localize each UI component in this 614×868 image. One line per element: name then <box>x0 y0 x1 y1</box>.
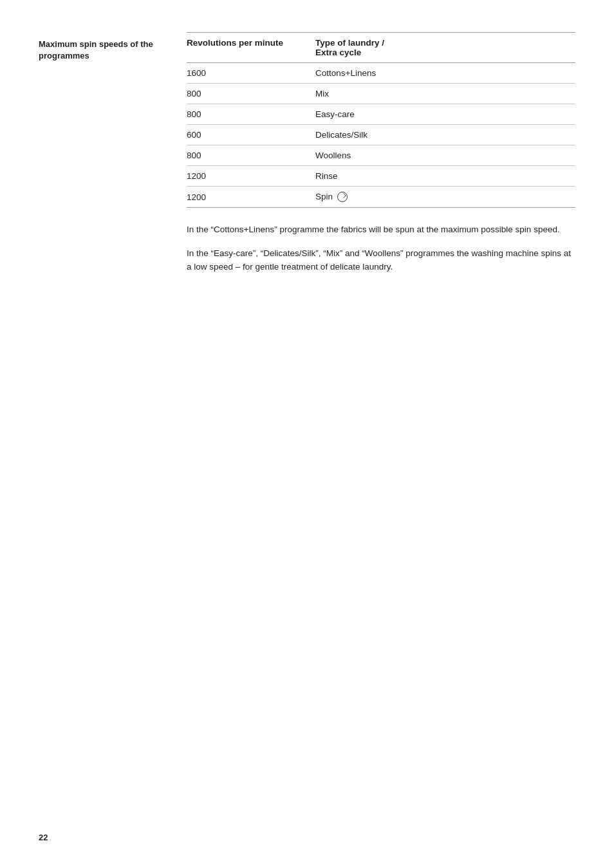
table-row: 1200Rinse <box>187 166 575 187</box>
table-row: 1200Spin <box>187 187 575 208</box>
table-row: 800Mix <box>187 84 575 104</box>
rpm-cell: 1600 <box>187 63 315 84</box>
table-header-row: Revolutions per minute Type of laundry /… <box>187 33 575 63</box>
type-cell: Woollens <box>315 145 575 166</box>
type-cell: Delicates/Silk <box>315 125 575 145</box>
right-column: Revolutions per minute Type of laundry /… <box>187 32 575 284</box>
table-row: 1600Cottons+Linens <box>187 63 575 84</box>
note-paragraph: In the “Easy-care”, “Delicates/Silk”, “M… <box>187 247 575 274</box>
rpm-cell: 1200 <box>187 187 315 208</box>
col1-header: Revolutions per minute <box>187 33 315 63</box>
notes-section: In the “Cottons+Linens” programme the fa… <box>187 223 575 274</box>
page: Maximum spin speeds of the programmes Re… <box>0 0 614 868</box>
table-row: 800Easy-care <box>187 104 575 125</box>
section-title: Maximum spin speeds of the programmes <box>39 39 187 62</box>
rpm-cell: 800 <box>187 145 315 166</box>
rpm-cell: 1200 <box>187 166 315 187</box>
spin-speeds-table: Revolutions per minute Type of laundry /… <box>187 32 575 208</box>
rpm-cell: 800 <box>187 104 315 125</box>
page-number: 22 <box>39 833 48 842</box>
table-row: 600Delicates/Silk <box>187 125 575 145</box>
type-cell: Cottons+Linens <box>315 63 575 84</box>
note-paragraph: In the “Cottons+Linens” programme the fa… <box>187 223 575 237</box>
spin-icon <box>337 192 348 202</box>
type-cell: Easy-care <box>315 104 575 125</box>
rpm-cell: 800 <box>187 84 315 104</box>
col2-header: Type of laundry /Extra cycle <box>315 33 575 63</box>
rpm-cell: 600 <box>187 125 315 145</box>
type-cell: Spin <box>315 187 575 208</box>
content-area: Maximum spin speeds of the programmes Re… <box>39 32 575 284</box>
type-cell: Mix <box>315 84 575 104</box>
left-column: Maximum spin speeds of the programmes <box>39 32 187 284</box>
type-cell: Rinse <box>315 166 575 187</box>
table-row: 800Woollens <box>187 145 575 166</box>
